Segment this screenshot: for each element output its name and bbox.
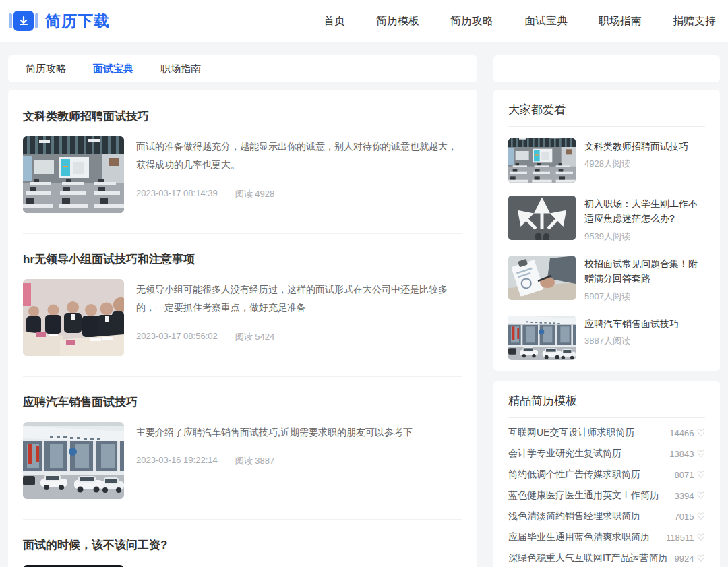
popular-title: 文科类教师招聘面试技巧 bbox=[584, 139, 705, 154]
popular-card: 大家都爱看 文科类教师招聘面试技巧 4928人阅读 初入职场：大学生刚工作不适应… bbox=[493, 90, 720, 371]
template-row[interactable]: 互联网UE交互设计师求职简历 14466♡ bbox=[508, 423, 705, 444]
article-body: 面试的准备做得越充分，越能显示出你的诚意，别人对待你的诚意也就越大，获得成功的几… bbox=[136, 136, 462, 213]
nav-item-workplace-guide[interactable]: 职场指南 bbox=[599, 14, 642, 28]
site-header: 简历下载 首页 简历模板 简历攻略 面试宝典 职场指南 捐赠支持 bbox=[0, 0, 728, 42]
nav-item-resume-guide[interactable]: 简历攻略 bbox=[450, 14, 493, 28]
interview-panel-image bbox=[23, 279, 124, 356]
template-row[interactable]: 会计学专业研究生复试简历 13843♡ bbox=[508, 444, 705, 465]
popular-info: 文科类教师招聘面试技巧 4928人阅读 bbox=[584, 138, 705, 183]
category-tabbar: 简历攻略 面试宝典 职场指南 bbox=[8, 55, 477, 82]
article-row: 主要介绍了应聘汽车销售面试技巧,近期需要求职的朋友可以参考下 2023-03-1… bbox=[23, 422, 462, 499]
article-title[interactable]: 面试的时候，该不该问工资? bbox=[23, 537, 462, 553]
logo-bar-right bbox=[35, 13, 38, 28]
brand-logo[interactable]: 简历下载 bbox=[8, 10, 110, 32]
article-thumbnail-classroom[interactable] bbox=[23, 136, 124, 213]
article-row: 面试的准备做得越充分，越能显示出你的诚意，别人对待你的诚意也就越大，获得成功的几… bbox=[23, 136, 462, 213]
article-body: 主要介绍了应聘汽车销售面试技巧,近期需要求职的朋友可以参考下 2023-03-1… bbox=[136, 422, 462, 499]
article-thumbnail-car-dealership[interactable] bbox=[23, 422, 124, 499]
article-reads: 阅读 4928 bbox=[235, 188, 275, 200]
template-row[interactable]: 蓝色健康医疗医生通用英文工作简历 3394♡ bbox=[508, 485, 705, 506]
article-item: 面试的时候，该不该问工资? 每个应届生都很关心自己的第一桶金，尤其是每年都会有各… bbox=[23, 520, 462, 567]
template-name: 简约低调个性广告传媒求职简历 bbox=[508, 469, 640, 481]
brand-name: 简历下载 bbox=[45, 11, 110, 32]
article-body: 无领导小组可能很多人没有经历过，这样的面试形式在大公司中还是比较多的，一定要抓住… bbox=[136, 279, 462, 356]
heart-icon: ♡ bbox=[696, 448, 705, 459]
template-name: 深绿色稳重大气互联网IT产品运营简历 bbox=[508, 552, 667, 564]
template-likes: 8071♡ bbox=[675, 469, 705, 480]
template-likes: 9924♡ bbox=[675, 553, 705, 564]
popular-item[interactable]: 应聘汽车销售面试技巧 3887人阅读 bbox=[508, 304, 705, 361]
car-dealership-image bbox=[23, 422, 124, 499]
popular-thumbnail-car-dealership bbox=[508, 316, 576, 360]
template-likes: 3394♡ bbox=[675, 490, 705, 501]
article-title[interactable]: hr无领导小组面试技巧和注意事项 bbox=[23, 251, 462, 267]
article-item: 应聘汽车销售面试技巧 主要介绍了应聘汽车销售面试技巧,近期需要求职的朋友可以参考… bbox=[23, 377, 462, 520]
classroom-image bbox=[23, 136, 124, 213]
logo-bar-left bbox=[9, 13, 12, 28]
heart-icon: ♡ bbox=[696, 490, 705, 501]
popular-thumbnail-classroom bbox=[508, 138, 576, 183]
road-arrows-image bbox=[508, 196, 576, 240]
template-likes: 118511♡ bbox=[666, 532, 705, 543]
nav-item-interview-handbook[interactable]: 面试宝典 bbox=[524, 14, 568, 28]
template-likes: 7015♡ bbox=[675, 511, 705, 522]
nav-item-donate[interactable]: 捐赠支持 bbox=[673, 14, 716, 28]
article-date: 2023-03-17 08:56:02 bbox=[136, 331, 218, 343]
popular-reads: 3887人阅读 bbox=[584, 335, 705, 347]
popular-title: 应聘汽车销售面试技巧 bbox=[584, 316, 705, 331]
sidebar-placeholder-card bbox=[493, 55, 720, 82]
template-name: 浅色清淡简约销售经理求职简历 bbox=[508, 510, 640, 523]
heart-icon: ♡ bbox=[696, 427, 705, 438]
car-dealership-image bbox=[508, 316, 576, 360]
article-excerpt: 主要介绍了应聘汽车销售面试技巧,近期需要求职的朋友可以参考下 bbox=[136, 423, 462, 442]
article-date: 2023-03-17 08:14:39 bbox=[136, 188, 218, 200]
templates-heading: 精品简历模板 bbox=[508, 393, 705, 418]
popular-reads: 5907人阅读 bbox=[584, 291, 705, 303]
template-row[interactable]: 深绿色稳重大气互联网IT产品运营简历 9924♡ bbox=[508, 548, 705, 567]
popular-heading: 大家都爱看 bbox=[508, 102, 705, 127]
likes-count: 118511 bbox=[666, 533, 694, 543]
likes-count: 14466 bbox=[669, 428, 694, 438]
article-title[interactable]: 文科类教师招聘面试技巧 bbox=[23, 109, 462, 124]
likes-count: 13843 bbox=[669, 449, 694, 459]
popular-reads: 9539人阅读 bbox=[584, 231, 705, 243]
popular-thumbnail-clipboard bbox=[508, 256, 576, 300]
likes-count: 3394 bbox=[675, 491, 694, 501]
page-body: 简历攻略 面试宝典 职场指南 文科类教师招聘面试技巧 面试的准备做得越充分，越能… bbox=[0, 42, 728, 567]
logo-box bbox=[13, 11, 34, 31]
tab-workplace-guide[interactable]: 职场指南 bbox=[160, 63, 201, 76]
tab-interview-handbook[interactable]: 面试宝典 bbox=[93, 63, 133, 76]
article-row: 无领导小组可能很多人没有经历过，这样的面试形式在大公司中还是比较多的，一定要抓住… bbox=[23, 279, 462, 356]
popular-item[interactable]: 校招面试常见问题合集！附赠满分回答套路 5907人阅读 bbox=[508, 244, 705, 304]
sidebar: 大家都爱看 文科类教师招聘面试技巧 4928人阅读 初入职场：大学生刚工作不适应… bbox=[493, 55, 720, 567]
template-row[interactable]: 应届毕业生通用蓝色清爽求职简历 118511♡ bbox=[508, 527, 705, 548]
template-likes: 14466♡ bbox=[669, 427, 705, 438]
template-row[interactable]: 浅色清淡简约销售经理求职简历 7015♡ bbox=[508, 506, 705, 527]
nav-item-resume-templates[interactable]: 简历模板 bbox=[376, 14, 419, 28]
article-list: 文科类教师招聘面试技巧 面试的准备做得越充分，越能显示出你的诚意，别人对待你的诚… bbox=[8, 90, 477, 567]
article-item: hr无领导小组面试技巧和注意事项 无领导小组可能很多人没有经历过，这样的面试形式… bbox=[23, 234, 462, 377]
popular-title: 初入职场：大学生刚工作不适应焦虑迷茫怎么办? bbox=[584, 196, 705, 227]
article-meta: 2023-03-17 08:56:02 阅读 5424 bbox=[136, 331, 462, 343]
template-row[interactable]: 简约低调个性广告传媒求职简历 8071♡ bbox=[508, 465, 705, 485]
article-excerpt: 无领导小组可能很多人没有经历过，这样的面试形式在大公司中还是比较多的，一定要抓住… bbox=[136, 280, 462, 318]
article-title[interactable]: 应聘汽车销售面试技巧 bbox=[23, 394, 462, 410]
article-meta: 2023-03-17 08:14:39 阅读 4928 bbox=[136, 188, 462, 200]
popular-title: 校招面试常见问题合集！附赠满分回答套路 bbox=[584, 256, 705, 287]
popular-item[interactable]: 初入职场：大学生刚工作不适应焦虑迷茫怎么办? 9539人阅读 bbox=[508, 184, 705, 244]
popular-item[interactable]: 文科类教师招聘面试技巧 4928人阅读 bbox=[508, 127, 705, 184]
nav-item-home[interactable]: 首页 bbox=[324, 14, 345, 28]
article-reads: 阅读 5424 bbox=[235, 331, 275, 343]
template-name: 会计学专业研究生复试简历 bbox=[508, 448, 621, 460]
article-excerpt: 面试的准备做得越充分，越能显示出你的诚意，别人对待你的诚意也就越大，获得成功的几… bbox=[136, 138, 462, 175]
article-thumbnail-interview-panel[interactable] bbox=[23, 279, 124, 356]
likes-count: 9924 bbox=[675, 554, 694, 564]
templates-card: 精品简历模板 互联网UE交互设计师求职简历 14466♡ 会计学专业研究生复试简… bbox=[493, 381, 720, 567]
heart-icon: ♡ bbox=[696, 469, 705, 480]
likes-count: 7015 bbox=[675, 512, 694, 522]
likes-count: 8071 bbox=[675, 470, 694, 480]
template-name: 蓝色健康医疗医生通用英文工作简历 bbox=[508, 489, 659, 502]
template-likes: 13843♡ bbox=[669, 448, 705, 459]
tab-resume-guide[interactable]: 简历攻略 bbox=[26, 63, 66, 76]
article-meta: 2023-03-16 19:22:14 阅读 3887 bbox=[136, 455, 462, 467]
